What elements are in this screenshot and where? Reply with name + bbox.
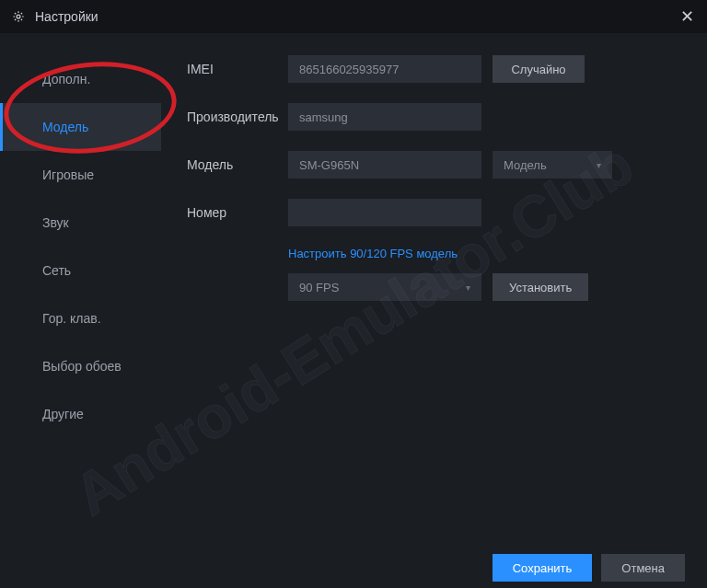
titlebar: Настройки ✕ bbox=[0, 0, 707, 33]
window-title: Настройки bbox=[35, 9, 99, 24]
imei-label: IMEI bbox=[187, 62, 288, 76]
sidebar-item-network[interactable]: Сеть bbox=[0, 247, 161, 294]
imei-input[interactable] bbox=[288, 55, 481, 83]
sidebar-item-game[interactable]: Игровые bbox=[0, 151, 161, 199]
sidebar-item-label: Игровые bbox=[42, 167, 94, 182]
model-select[interactable]: Модель ▾ bbox=[493, 151, 612, 179]
install-button[interactable]: Установить bbox=[493, 273, 588, 301]
fps-config-link[interactable]: Настроить 90/120 FPS модель bbox=[288, 247, 674, 260]
row-imei: IMEI Случайно bbox=[187, 55, 674, 83]
sidebar-item-label: Модель bbox=[42, 120, 88, 134]
sidebar-item-label: Гор. клав. bbox=[42, 311, 101, 326]
model-select-label: Модель bbox=[504, 158, 547, 172]
sidebar-item-label: Звук bbox=[42, 215, 69, 230]
sidebar: Дополн. Модель Игровые Звук Сеть Гор. кл… bbox=[0, 33, 161, 548]
chevron-down-icon: ▾ bbox=[597, 160, 601, 170]
sidebar-item-hotkeys[interactable]: Гор. клав. bbox=[0, 294, 161, 342]
manufacturer-input[interactable] bbox=[288, 103, 481, 131]
svg-point-0 bbox=[17, 15, 20, 18]
sidebar-item-label: Дополн. bbox=[42, 72, 90, 86]
sidebar-item-sound[interactable]: Звук bbox=[0, 199, 161, 247]
sidebar-item-additional[interactable]: Дополн. bbox=[0, 55, 161, 103]
cancel-button[interactable]: Отмена bbox=[601, 554, 685, 582]
number-label: Номер bbox=[187, 205, 288, 220]
sidebar-item-other[interactable]: Другие bbox=[0, 390, 161, 438]
model-input[interactable] bbox=[288, 151, 481, 179]
chevron-down-icon: ▾ bbox=[466, 282, 470, 293]
manufacturer-label: Производитель bbox=[187, 110, 288, 124]
content-panel: IMEI Случайно Производитель Модель Модел… bbox=[161, 33, 707, 548]
gear-icon bbox=[11, 9, 26, 24]
sidebar-item-wallpaper[interactable]: Выбор обоев bbox=[0, 342, 161, 390]
model-label: Модель bbox=[187, 157, 288, 172]
save-button[interactable]: Сохранить bbox=[493, 554, 593, 582]
number-input[interactable] bbox=[288, 199, 481, 226]
row-model: Модель Модель ▾ bbox=[187, 151, 674, 179]
close-icon[interactable]: ✕ bbox=[678, 7, 696, 26]
sidebar-item-model[interactable]: Модель bbox=[0, 103, 161, 151]
fps-select-value: 90 FPS bbox=[299, 281, 339, 294]
row-manufacturer: Производитель bbox=[187, 103, 674, 131]
sidebar-item-label: Выбор обоев bbox=[42, 359, 122, 374]
row-number: Номер bbox=[187, 199, 674, 226]
sidebar-item-label: Другие bbox=[42, 407, 84, 421]
sidebar-item-label: Сеть bbox=[42, 263, 71, 278]
random-button[interactable]: Случайно bbox=[493, 55, 585, 83]
fps-section: Настроить 90/120 FPS модель 90 FPS ▾ Уст… bbox=[288, 247, 674, 301]
fps-select[interactable]: 90 FPS ▾ bbox=[288, 273, 481, 301]
footer: Сохранить Отмена bbox=[0, 548, 707, 588]
